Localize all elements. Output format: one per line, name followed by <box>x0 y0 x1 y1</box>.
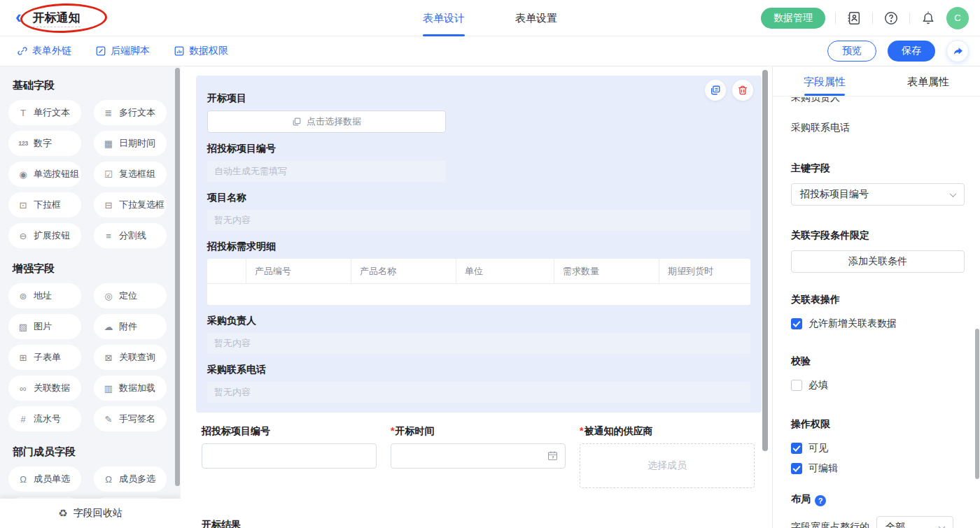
permissions-label: 操作权限 <box>791 418 965 431</box>
data-manage-button[interactable]: 数据管理 <box>761 8 825 29</box>
field-multi-select[interactable]: ⊟下拉复选框 <box>94 192 167 217</box>
field-bid-result[interactable]: 开标结果 名次 供应商 最终得分 <box>202 519 756 528</box>
relation-query-icon: ⊠ <box>103 352 114 363</box>
checkbox-checked-icon[interactable] <box>791 318 802 329</box>
tab-field-properties[interactable]: 字段属性 <box>773 66 876 96</box>
field-relation-query[interactable]: ⊠关联查询 <box>94 345 167 370</box>
back-icon[interactable]: ‹ <box>15 9 22 24</box>
layout-help-icon[interactable]: ? <box>815 495 826 506</box>
allow-add-relation-data-checkbox[interactable]: 允许新增关联表数据 <box>791 317 965 330</box>
field-radio-group[interactable]: ◉单选按钮组 <box>8 162 81 187</box>
field-attachment[interactable]: ☁附件 <box>94 314 167 339</box>
form-canvas: 开标项目 点击选择数据 招投标项目编号 自动生成无需填写 项目名称 暂无内容 招… <box>181 66 772 528</box>
text-input[interactable] <box>202 443 377 469</box>
single-line-text-icon: T <box>18 108 29 118</box>
share-button[interactable] <box>946 40 969 62</box>
table-header-cell: 单位 <box>456 259 554 283</box>
checkbox-checked-icon[interactable] <box>791 443 802 454</box>
permission-icon <box>174 45 185 57</box>
field-input-project-code[interactable]: 自动生成无需填写 <box>207 161 446 182</box>
form-title-wrap[interactable]: 开标通知 <box>29 7 85 29</box>
radio-icon: ◉ <box>18 169 29 180</box>
field-location[interactable]: ◎定位 <box>94 283 167 308</box>
tab-form-properties[interactable]: 表单属性 <box>876 66 980 96</box>
field-datetime[interactable]: ▦日期时间 <box>94 131 167 156</box>
subform-icon: ⊞ <box>18 352 29 363</box>
preview-button[interactable]: 预览 <box>827 41 876 62</box>
field-input-contact-phone[interactable]: 暂无内容 <box>207 382 750 403</box>
backend-script-label: 后端脚本 <box>111 45 150 57</box>
link-icon <box>17 45 28 57</box>
help-icon[interactable] <box>883 10 899 27</box>
field-label: 项目名称 <box>207 192 750 204</box>
checkbox-unchecked-icon[interactable] <box>791 380 802 391</box>
relation-condition-label: 关联字段条件限定 <box>791 229 965 242</box>
select-data-button[interactable]: 点击选择数据 <box>207 110 446 133</box>
save-button[interactable]: 保存 <box>888 41 935 62</box>
external-link-label: 表单外链 <box>32 45 71 57</box>
field-serial-number[interactable]: #流水号 <box>8 406 81 431</box>
field-input-purchase-owner[interactable]: 暂无内容 <box>207 333 750 354</box>
multi-select-icon: ⊟ <box>103 200 114 211</box>
field-signature[interactable]: ✎手写签名 <box>94 406 167 431</box>
field-bid-project-code[interactable]: 招投标项目编号 <box>202 425 377 488</box>
detail-subtable[interactable]: 产品编号 产品名称 单位 需求数量 期望到货时 <box>207 259 750 305</box>
field-checkbox-group[interactable]: ☑复选框组 <box>94 162 167 187</box>
tab-form-settings[interactable]: 表单设置 <box>515 0 557 36</box>
data-load-icon: ▥ <box>103 383 114 394</box>
share-arrow-icon <box>952 45 964 57</box>
table-header-cell: 需求数量 <box>554 259 659 283</box>
contacts-book-icon[interactable] <box>846 10 862 27</box>
field-notified-suppliers[interactable]: *被通知的供应商 选择成员 <box>580 425 755 488</box>
editable-checkbox[interactable]: 可编辑 <box>791 462 965 475</box>
data-permission-button[interactable]: 数据权限 <box>174 45 228 57</box>
field-input-project-name[interactable]: 暂无内容 <box>207 210 750 231</box>
field-subform[interactable]: ⊞子表单 <box>8 345 81 370</box>
field-list-item-clipped[interactable]: 采购负责人 <box>791 97 965 105</box>
field-data-load[interactable]: ▥数据加载 <box>94 376 167 401</box>
select-member-box[interactable]: 选择成员 <box>580 443 755 488</box>
backend-script-button[interactable]: 后端脚本 <box>95 45 150 57</box>
canvas-scrollbar-thumb[interactable] <box>762 70 768 451</box>
external-link-button[interactable]: 表单外链 <box>17 45 71 57</box>
layout-label: 布局? <box>791 493 965 506</box>
visible-checkbox[interactable]: 可见 <box>791 442 965 455</box>
relation-table-label: 关联表操作 <box>791 294 965 306</box>
field-member-single[interactable]: Ω成员单选 <box>8 466 81 492</box>
panel-scrollbar-thumb[interactable] <box>975 329 979 479</box>
delete-field-button[interactable] <box>732 80 753 101</box>
field-open-bid-time[interactable]: *开标时间 <box>391 425 566 488</box>
bell-icon[interactable] <box>920 10 937 27</box>
field-multi-line-text[interactable]: ≣多行文本 <box>94 100 167 125</box>
multi-line-text-icon: ≣ <box>103 108 114 118</box>
field-list-item[interactable]: 采购联系电话 <box>791 122 965 134</box>
field-relation-data[interactable]: ∞关联数据 <box>8 376 81 401</box>
divider <box>909 13 910 24</box>
field-select[interactable]: ⊡下拉框 <box>8 192 81 217</box>
table-header-cell <box>207 259 246 283</box>
field-number[interactable]: 123数字 <box>8 131 81 156</box>
selected-field-group[interactable]: 开标项目 点击选择数据 招投标项目编号 自动生成无需填写 项目名称 暂无内容 招… <box>196 76 762 413</box>
field-divider[interactable]: ≡分割线 <box>94 223 167 248</box>
avatar[interactable]: C <box>946 7 969 29</box>
duplicate-field-button[interactable] <box>705 80 726 101</box>
required-checkbox[interactable]: 必填 <box>791 379 965 392</box>
field-image[interactable]: ▨图片 <box>8 314 81 339</box>
page-title[interactable]: 开标通知 <box>33 11 80 27</box>
primary-key-select[interactable]: 招投标项目编号 <box>791 183 965 206</box>
location-target-icon: ◎ <box>103 291 114 301</box>
field-recycle-bin[interactable]: ♻ 字段回收站 <box>0 499 181 528</box>
field-extend-button[interactable]: ⊖扩展按钮 <box>8 223 81 248</box>
primary-key-label: 主键字段 <box>791 162 965 175</box>
tab-form-design[interactable]: 表单设计 <box>423 0 465 36</box>
app-header: ‹ 开标通知 表单设计 表单设置 数据管理 <box>0 0 980 36</box>
sidebar-scrollbar-thumb[interactable] <box>175 68 180 486</box>
date-input[interactable] <box>391 443 566 469</box>
field-member-multi[interactable]: Ω成员多选 <box>94 466 167 492</box>
field-width-select[interactable]: 全部 <box>876 516 953 528</box>
checkbox-checked-icon[interactable] <box>791 463 802 474</box>
field-address[interactable]: ⊚地址 <box>8 283 81 308</box>
field-single-line-text[interactable]: T单行文本 <box>8 100 81 125</box>
script-icon <box>95 45 106 57</box>
add-relation-condition-button[interactable]: 添加关联条件 <box>791 250 965 273</box>
